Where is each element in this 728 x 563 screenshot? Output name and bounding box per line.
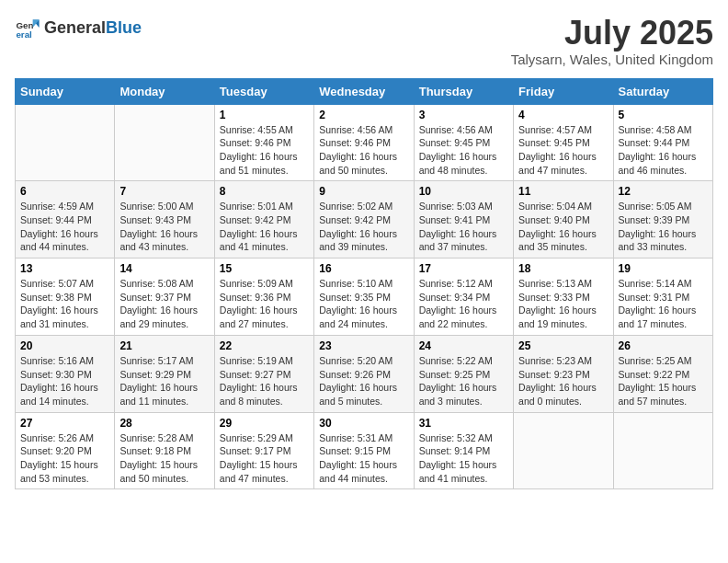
day-header-sunday: Sunday (16, 78, 115, 104)
day-number: 29 (220, 417, 309, 430)
day-header-thursday: Thursday (414, 78, 513, 104)
day-info: Sunrise: 5:05 AM Sunset: 9:39 PM Dayligh… (619, 200, 708, 254)
day-number: 13 (20, 262, 109, 275)
calendar-cell: 21Sunrise: 5:17 AM Sunset: 9:29 PM Dayli… (115, 335, 214, 412)
day-number: 24 (419, 339, 508, 352)
calendar-cell: 20Sunrise: 5:16 AM Sunset: 9:30 PM Dayli… (16, 335, 115, 412)
calendar-cell: 8Sunrise: 5:01 AM Sunset: 9:42 PM Daylig… (214, 181, 313, 259)
day-number: 23 (319, 339, 408, 352)
day-number: 21 (119, 339, 209, 352)
calendar-cell: 9Sunrise: 5:02 AM Sunset: 9:42 PM Daylig… (314, 181, 414, 259)
calendar-cell: 18Sunrise: 5:13 AM Sunset: 9:33 PM Dayli… (514, 259, 613, 336)
day-number: 2 (319, 109, 408, 121)
calendar-cell: 17Sunrise: 5:12 AM Sunset: 9:34 PM Dayli… (414, 259, 513, 336)
calendar-cell: 2Sunrise: 4:56 AM Sunset: 9:46 PM Daylig… (314, 104, 414, 181)
logo-icon: Gen eral (15, 15, 40, 40)
day-info: Sunrise: 4:59 AM Sunset: 9:44 PM Dayligh… (20, 200, 109, 254)
day-number: 26 (619, 339, 708, 352)
calendar-cell: 29Sunrise: 5:29 AM Sunset: 9:17 PM Dayli… (214, 412, 313, 489)
calendar-cell (16, 104, 115, 181)
calendar-week-4: 20Sunrise: 5:16 AM Sunset: 9:30 PM Dayli… (16, 335, 713, 412)
calendar-cell: 28Sunrise: 5:28 AM Sunset: 9:18 PM Dayli… (115, 412, 214, 489)
day-number: 3 (419, 109, 508, 121)
logo-text-blue: Blue (106, 18, 142, 37)
day-info: Sunrise: 4:56 AM Sunset: 9:46 PM Dayligh… (319, 123, 408, 178)
day-number: 18 (518, 262, 608, 275)
calendar-cell: 22Sunrise: 5:19 AM Sunset: 9:27 PM Dayli… (214, 335, 313, 412)
calendar-cell: 1Sunrise: 4:55 AM Sunset: 9:46 PM Daylig… (214, 104, 313, 181)
calendar-cell (514, 412, 613, 489)
calendar-cell: 23Sunrise: 5:20 AM Sunset: 9:26 PM Dayli… (314, 335, 414, 412)
calendar-header-row: SundayMondayTuesdayWednesdayThursdayFrid… (16, 78, 713, 104)
calendar-table: SundayMondayTuesdayWednesdayThursdayFrid… (15, 78, 713, 490)
day-number: 7 (119, 185, 209, 198)
day-info: Sunrise: 5:17 AM Sunset: 9:29 PM Dayligh… (119, 354, 209, 408)
day-number: 20 (20, 339, 109, 352)
day-number: 12 (619, 185, 708, 198)
day-info: Sunrise: 5:28 AM Sunset: 9:18 PM Dayligh… (119, 431, 209, 486)
calendar-cell: 31Sunrise: 5:32 AM Sunset: 9:14 PM Dayli… (414, 412, 513, 489)
day-info: Sunrise: 5:25 AM Sunset: 9:22 PM Dayligh… (619, 354, 708, 408)
day-number: 17 (419, 262, 508, 275)
day-info: Sunrise: 5:32 AM Sunset: 9:14 PM Dayligh… (419, 431, 508, 486)
day-info: Sunrise: 5:13 AM Sunset: 9:33 PM Dayligh… (518, 277, 608, 331)
day-number: 19 (619, 262, 708, 275)
day-info: Sunrise: 5:09 AM Sunset: 9:36 PM Dayligh… (220, 277, 309, 331)
calendar-cell: 3Sunrise: 4:56 AM Sunset: 9:45 PM Daylig… (414, 104, 513, 181)
calendar-cell: 16Sunrise: 5:10 AM Sunset: 9:35 PM Dayli… (314, 259, 414, 336)
day-info: Sunrise: 5:12 AM Sunset: 9:34 PM Dayligh… (419, 277, 508, 331)
day-number: 11 (518, 185, 608, 198)
calendar-cell: 19Sunrise: 5:14 AM Sunset: 9:31 PM Dayli… (613, 259, 712, 336)
day-number: 4 (518, 109, 608, 121)
day-info: Sunrise: 5:23 AM Sunset: 9:23 PM Dayligh… (518, 354, 608, 408)
day-number: 15 (220, 262, 309, 275)
day-info: Sunrise: 4:57 AM Sunset: 9:45 PM Dayligh… (518, 123, 608, 178)
calendar-cell: 7Sunrise: 5:00 AM Sunset: 9:43 PM Daylig… (115, 181, 214, 259)
day-info: Sunrise: 4:58 AM Sunset: 9:44 PM Dayligh… (619, 123, 708, 178)
day-number: 8 (220, 185, 309, 198)
calendar-week-2: 6Sunrise: 4:59 AM Sunset: 9:44 PM Daylig… (16, 181, 713, 259)
calendar-body: 1Sunrise: 4:55 AM Sunset: 9:46 PM Daylig… (16, 104, 713, 489)
calendar-cell: 4Sunrise: 4:57 AM Sunset: 9:45 PM Daylig… (514, 104, 613, 181)
day-header-monday: Monday (115, 78, 214, 104)
calendar-week-3: 13Sunrise: 5:07 AM Sunset: 9:38 PM Dayli… (16, 259, 713, 336)
day-number: 30 (319, 417, 408, 430)
calendar-week-5: 27Sunrise: 5:26 AM Sunset: 9:20 PM Dayli… (16, 412, 713, 489)
day-info: Sunrise: 4:55 AM Sunset: 9:46 PM Dayligh… (220, 123, 309, 178)
day-number: 27 (20, 417, 109, 430)
calendar-cell (613, 412, 712, 489)
day-info: Sunrise: 5:04 AM Sunset: 9:40 PM Dayligh… (518, 200, 608, 254)
logo: Gen eral GeneralBlue (15, 15, 142, 40)
calendar-cell (115, 104, 214, 181)
day-number: 22 (220, 339, 309, 352)
calendar-cell: 13Sunrise: 5:07 AM Sunset: 9:38 PM Dayli… (16, 259, 115, 336)
calendar-cell: 26Sunrise: 5:25 AM Sunset: 9:22 PM Dayli… (613, 335, 712, 412)
month-title: July 2025 (511, 15, 713, 52)
calendar-cell: 14Sunrise: 5:08 AM Sunset: 9:37 PM Dayli… (115, 259, 214, 336)
calendar-cell: 25Sunrise: 5:23 AM Sunset: 9:23 PM Dayli… (514, 335, 613, 412)
day-header-tuesday: Tuesday (214, 78, 313, 104)
day-number: 31 (419, 417, 508, 430)
day-info: Sunrise: 5:29 AM Sunset: 9:17 PM Dayligh… (220, 431, 309, 486)
title-block: July 2025 Talysarn, Wales, United Kingdo… (511, 15, 713, 67)
day-header-wednesday: Wednesday (314, 78, 414, 104)
calendar-cell: 6Sunrise: 4:59 AM Sunset: 9:44 PM Daylig… (16, 181, 115, 259)
calendar-cell: 10Sunrise: 5:03 AM Sunset: 9:41 PM Dayli… (414, 181, 513, 259)
day-number: 10 (419, 185, 508, 198)
day-header-saturday: Saturday (613, 78, 712, 104)
location-title: Talysarn, Wales, United Kingdom (511, 52, 713, 67)
day-number: 25 (518, 339, 608, 352)
calendar-cell: 12Sunrise: 5:05 AM Sunset: 9:39 PM Dayli… (613, 181, 712, 259)
day-info: Sunrise: 5:20 AM Sunset: 9:26 PM Dayligh… (319, 354, 408, 408)
day-info: Sunrise: 5:00 AM Sunset: 9:43 PM Dayligh… (119, 200, 209, 254)
page-header: Gen eral GeneralBlue July 2025 Talysarn,… (15, 15, 713, 67)
day-info: Sunrise: 5:31 AM Sunset: 9:15 PM Dayligh… (319, 431, 408, 486)
calendar-cell: 27Sunrise: 5:26 AM Sunset: 9:20 PM Dayli… (16, 412, 115, 489)
day-info: Sunrise: 5:07 AM Sunset: 9:38 PM Dayligh… (20, 277, 109, 331)
day-info: Sunrise: 5:01 AM Sunset: 9:42 PM Dayligh… (220, 200, 309, 254)
calendar-cell: 24Sunrise: 5:22 AM Sunset: 9:25 PM Dayli… (414, 335, 513, 412)
day-info: Sunrise: 5:19 AM Sunset: 9:27 PM Dayligh… (220, 354, 309, 408)
day-number: 16 (319, 262, 408, 275)
day-number: 28 (119, 417, 209, 430)
day-info: Sunrise: 5:22 AM Sunset: 9:25 PM Dayligh… (419, 354, 508, 408)
